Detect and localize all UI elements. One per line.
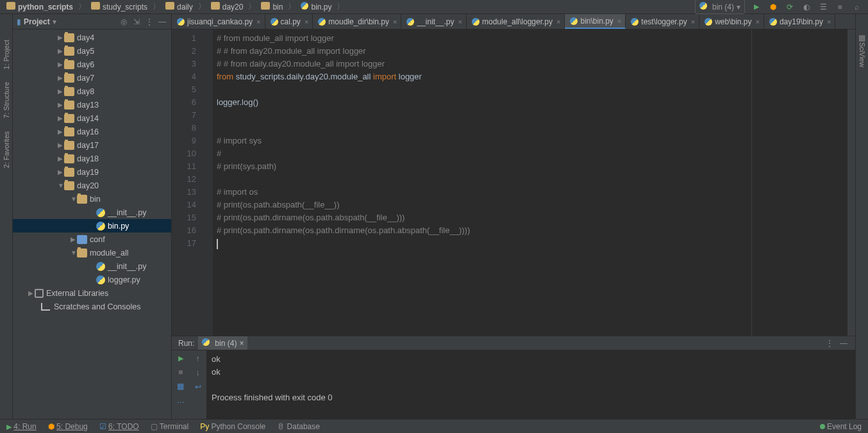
collapse-icon[interactable]: ⇲: [131, 17, 142, 27]
tree-node[interactable]: ▼day20: [13, 179, 171, 192]
tree-node[interactable]: ▶conf: [13, 233, 171, 246]
close-icon[interactable]: ×: [393, 18, 397, 26]
tree-node[interactable]: ▶day17: [13, 138, 171, 152]
chevron-down-icon: ▾: [737, 3, 740, 12]
tree-node[interactable]: logger.py: [13, 273, 171, 286]
status-database[interactable]: 🛢 Database: [277, 422, 320, 431]
code-editor[interactable]: 1234567891011121314151617 # from module_…: [172, 29, 855, 336]
tree-node[interactable]: ▶day14: [13, 111, 171, 125]
search-icon[interactable]: ⌕: [851, 2, 862, 12]
status-run[interactable]: ▶ 4: Run: [6, 422, 37, 431]
run-tab[interactable]: bin (4) ×: [198, 336, 247, 350]
tree-node[interactable]: bin.py: [13, 219, 171, 233]
tool-sciview[interactable]: SciView: [858, 42, 866, 67]
status-debug[interactable]: ⬢ 5: Debug: [48, 422, 88, 431]
tree-node[interactable]: ▼bin: [13, 192, 171, 206]
code-area[interactable]: # from module_all import logger# # from …: [213, 29, 847, 336]
step-icon[interactable]: ☰: [818, 2, 828, 12]
tool-structure[interactable]: 7: Structure: [3, 82, 10, 118]
event-log[interactable]: Event Log: [820, 422, 862, 431]
status-todo[interactable]: ☑ 6: TODO: [99, 422, 139, 431]
line-gutter: 1234567891011121314151617: [172, 29, 204, 336]
breadcrumb-item[interactable]: bin: [261, 2, 283, 12]
close-icon[interactable]: ×: [458, 18, 462, 26]
coverage-icon[interactable]: ⟳: [785, 2, 795, 12]
tree-node[interactable]: ▶day8: [13, 85, 171, 98]
tree-node[interactable]: ▶day5: [13, 44, 171, 58]
breadcrumb-item[interactable]: python_scripts: [6, 2, 73, 12]
tree-node[interactable]: ▶day4: [13, 31, 171, 44]
profile-icon[interactable]: ◐: [801, 2, 812, 12]
settings-icon[interactable]: ⋮: [144, 17, 154, 27]
rerun-button[interactable]: ▶: [178, 354, 183, 363]
close-icon[interactable]: ×: [305, 18, 308, 26]
close-icon[interactable]: ×: [756, 18, 760, 26]
tool-favorites[interactable]: 2: Favorites: [3, 131, 10, 168]
tree-node[interactable]: ▶day7: [13, 71, 171, 85]
right-tool-strip: ▦ SciView: [855, 14, 868, 419]
run-toolbar: ▶ ■ ▦ … ↑ ↓ ↩: [172, 350, 206, 419]
down-icon[interactable]: ↓: [196, 368, 200, 377]
tree-node[interactable]: ▶day6: [13, 58, 171, 71]
editor-tab[interactable]: bin\bin.py×: [565, 14, 626, 29]
tree-node[interactable]: ▼module_all: [13, 246, 171, 259]
hide-icon[interactable]: —: [157, 17, 167, 27]
status-pyconsole[interactable]: Py Python Console: [200, 422, 265, 431]
status-terminal[interactable]: ▢ Terminal: [151, 422, 188, 431]
run-settings-icon[interactable]: ⋮: [824, 338, 835, 348]
fold-column: [204, 29, 213, 336]
debug-button[interactable]: ⬢: [768, 2, 778, 12]
editor-tab[interactable]: jisuanqi_cankao.py×: [172, 14, 265, 29]
tree-node[interactable]: ▶day13: [13, 98, 171, 111]
close-icon[interactable]: ×: [691, 18, 695, 26]
wrap-icon[interactable]: ↩: [195, 382, 201, 391]
up-icon[interactable]: ↑: [196, 354, 200, 363]
run-output[interactable]: okok Process finished with exit code 0: [206, 350, 855, 419]
tree-node[interactable]: __init__.py: [13, 259, 171, 273]
run-hide-icon[interactable]: —: [839, 338, 849, 348]
stop-button[interactable]: ■: [835, 2, 845, 12]
project-title[interactable]: Project: [24, 17, 50, 26]
tree-node[interactable]: ▶day18: [13, 152, 171, 165]
run-tool-window: Run: bin (4) × ⋮ — ▶ ■ ▦ …: [172, 336, 855, 419]
breadcrumb-item[interactable]: study_scripts: [91, 2, 147, 12]
tree-node[interactable]: Scratches and Consoles: [13, 300, 171, 313]
editor-tab[interactable]: __init__.py×: [401, 14, 466, 29]
left-tool-strip: 1: Project 7: Structure 2: Favorites: [0, 14, 13, 419]
breadcrumb-item[interactable]: bin.py: [301, 2, 331, 12]
run-config-label: bin (4): [712, 3, 734, 12]
tree-node[interactable]: ▶day19: [13, 165, 171, 179]
editor-tabs: jisuanqi_cankao.py×cal.py×moudle_dir\bin…: [172, 14, 855, 29]
run-title: Run:: [178, 339, 194, 348]
run-config-selector[interactable]: bin (4) ▾: [695, 0, 745, 14]
editor-tab[interactable]: moudle_dir\bin.py×: [313, 14, 401, 29]
locate-icon[interactable]: ◎: [119, 17, 129, 27]
chevron-down-icon[interactable]: ▾: [53, 17, 56, 26]
stop-icon[interactable]: ■: [178, 368, 183, 377]
project-tree[interactable]: ▶day4▶day5▶day6▶day7▶day8▶day13▶day14▶da…: [13, 29, 171, 419]
close-icon[interactable]: ×: [256, 18, 260, 26]
tree-node[interactable]: ▶External Libraries: [13, 286, 171, 300]
close-icon[interactable]: ×: [556, 18, 560, 26]
run-button[interactable]: ▶: [751, 2, 762, 12]
editor-tab[interactable]: test\logger.py×: [626, 14, 699, 29]
editor-tab[interactable]: cal.py×: [265, 14, 313, 29]
more-icon[interactable]: …: [177, 396, 185, 405]
close-icon[interactable]: ×: [827, 18, 831, 26]
close-icon[interactable]: ×: [617, 17, 621, 25]
breadcrumb-item[interactable]: day20: [211, 2, 244, 12]
editor-tab[interactable]: module_all\logger.py×: [467, 14, 565, 29]
tree-node[interactable]: ▶day16: [13, 125, 171, 138]
breadcrumb: python_scripts〉study_scripts〉daily〉day20…: [6, 1, 695, 12]
tool-project[interactable]: 1: Project: [3, 40, 10, 69]
scroll-minimap[interactable]: [847, 29, 855, 336]
layout-icon[interactable]: ▦: [177, 382, 184, 391]
tree-node[interactable]: __init__.py: [13, 206, 171, 219]
close-icon[interactable]: ×: [239, 339, 244, 348]
folder-icon: ▮: [17, 17, 21, 26]
db-tool-icon[interactable]: ▦: [858, 33, 865, 42]
breadcrumb-item[interactable]: daily: [165, 2, 193, 12]
status-bar: ▶ 4: Run ⬢ 5: Debug ☑ 6: TODO ▢ Terminal…: [0, 419, 868, 433]
editor-tab[interactable]: day19\bin.py×: [764, 14, 836, 29]
editor-tab[interactable]: web\bin.py×: [699, 14, 764, 29]
